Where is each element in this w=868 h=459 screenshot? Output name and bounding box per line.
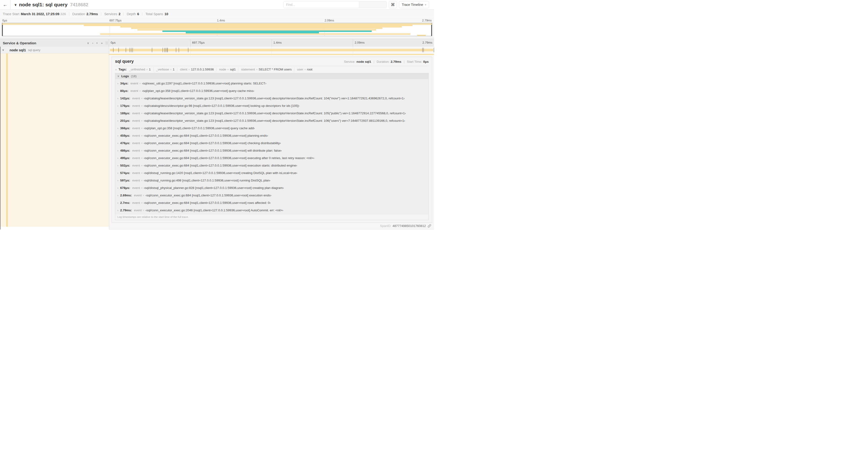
span-duration-bar-thin xyxy=(109,54,434,55)
log-entry[interactable]: › 142μs: event = ‹sql/catalog/lease/desc… xyxy=(115,95,428,102)
tag-item: _unfinished = 1 xyxy=(129,68,153,71)
log-entry[interactable]: › 201μs: event = ‹sql/catalog/lease/desc… xyxy=(115,117,428,125)
log-timestamp: 459μs: xyxy=(120,134,130,138)
summary-item: Services 2 xyxy=(101,12,124,16)
log-field-name: event xyxy=(132,186,140,190)
service-operation-label: Service & Operation xyxy=(3,41,36,45)
log-entry[interactable]: › 80μs: event = ‹sql/plan_opt.go:358 [ns… xyxy=(115,87,428,95)
back-button[interactable]: ← xyxy=(0,0,10,9)
summary-item: Trace Start March 31 2022, 17:25:09 .326 xyxy=(3,12,69,16)
log-field-name: event xyxy=(132,179,140,183)
chevron-right-icon: › xyxy=(117,164,118,167)
logs-footnote: Log timestamps are relative to the start… xyxy=(115,214,428,220)
log-timestamp: 678μs: xyxy=(120,186,130,190)
log-entry[interactable]: › 2.7ms: event = ‹sql/conn_executor_exec… xyxy=(115,199,428,207)
span-detail-header: sql query Service: node sql1 | Duration:… xyxy=(115,57,429,66)
log-field-value: ‹sql/conn_executor_exec.go:684 [nsql1,cl… xyxy=(144,164,297,167)
service-value: node sql1 xyxy=(356,60,371,63)
minimap-tick-label: 2.09ms xyxy=(324,19,334,22)
tags-list: _unfinished = 1 _verbose = 1 client = 12… xyxy=(129,68,315,71)
tag-value: SELECT * FROM users xyxy=(259,68,292,71)
equals-sign: = xyxy=(146,68,148,71)
log-entry[interactable]: › 486μs: event = ‹sql/conn_executor_exec… xyxy=(115,147,428,154)
log-field-value: ‹sql/conn_executor_exec.go:2046 [nsql1,c… xyxy=(145,208,283,212)
summary-value: 6 xyxy=(137,12,139,16)
log-entry[interactable]: › 2.69ms: event = ‹sql/conn_executor_exe… xyxy=(115,192,428,199)
expand-one-icon[interactable]: › xyxy=(92,41,93,45)
equals-sign: = xyxy=(170,68,172,71)
expand-all-icon[interactable]: » xyxy=(101,41,103,45)
tags-section[interactable]: › Tags: _unfinished = 1 _verbose = 1 cli… xyxy=(115,66,429,73)
span-duration-bar[interactable] xyxy=(110,49,433,51)
equals-sign: = xyxy=(256,68,257,71)
minimap-span-bar xyxy=(137,29,376,31)
link-icon[interactable] xyxy=(428,224,431,228)
log-entry[interactable]: › 459μs: event = ‹sql/conn_executor_exec… xyxy=(115,132,428,139)
log-entry[interactable]: › 495μs: event = ‹sql/conn_executor_exec… xyxy=(115,154,428,162)
view-selector-label: Trace Timeline xyxy=(402,3,423,6)
minimap-tick-label: 2.79ms xyxy=(422,19,432,22)
equals-sign: = xyxy=(141,149,143,153)
vertical-scrollbar[interactable] xyxy=(0,47,0,230)
minimap-tick-label: 0μs xyxy=(2,19,7,22)
start-time-value: 0μs xyxy=(423,60,429,63)
tag-key: _unfinished xyxy=(129,68,145,71)
log-entry[interactable]: › 189μs: event = ‹sql/catalog/lease/desc… xyxy=(115,110,428,117)
log-field-name: event xyxy=(132,119,140,123)
chevron-right-icon: › xyxy=(117,156,118,160)
summary-label: Duration xyxy=(72,12,85,16)
tag-key: user xyxy=(297,68,303,71)
log-field-value: ‹sql/conn_executor_exec.go:684 [nsql1,cl… xyxy=(144,201,271,205)
equals-sign: = xyxy=(143,208,144,212)
minimap-span-bar xyxy=(84,25,412,26)
column-resizer-handle[interactable] xyxy=(106,41,107,44)
log-entry[interactable]: › 574μs: event = ‹sql/distsql_running.go… xyxy=(115,169,428,177)
collapse-one-icon[interactable]: ∨ xyxy=(87,41,89,45)
trace-title-group[interactable]: ∨ node sql1: sql query 7418682 xyxy=(10,0,88,9)
equals-sign: = xyxy=(141,141,143,145)
chevron-right-icon: › xyxy=(117,208,118,212)
timeline-ruler: 0μs 697.75μs 1.4ms 2.09ms 2.79ms xyxy=(109,39,434,47)
span-detail-meta: Service: node sql1 | Duration: 2.79ms | … xyxy=(344,60,429,63)
tag-item: _verbose = 1 xyxy=(153,68,177,71)
chevron-right-icon: › xyxy=(117,186,118,190)
summary-item: Depth 6 xyxy=(123,12,142,16)
viewport-left-handle[interactable] xyxy=(2,23,3,36)
log-entry[interactable]: › 678μs: event = ‹sql/distsql_physical_p… xyxy=(115,184,428,192)
chevron-right-icon: › xyxy=(117,126,118,130)
log-tick-mark xyxy=(132,48,133,52)
span-row-name-cell[interactable]: ∨ node sql1 sql query xyxy=(0,47,109,54)
equals-sign: = xyxy=(141,111,143,115)
log-entry[interactable]: › 2.79ms: event = ‹sql/conn_executor_exe… xyxy=(115,207,428,214)
summary-label: Total Spans xyxy=(145,12,163,16)
view-selector-button[interactable]: Trace Timeline ∨ xyxy=(399,1,429,8)
log-entry[interactable]: › 34μs: event = ‹sql/exec_util.go:2297 [… xyxy=(115,80,428,87)
minimap-tick-labels: 0μs 697.75μs 1.4ms 2.09ms 2.79ms xyxy=(2,19,432,23)
chevron-right-icon: › xyxy=(117,89,118,93)
log-entry[interactable]: › 176μs: event = ‹sql/catalog/descs/desc… xyxy=(115,102,428,110)
chevron-right-icon: › xyxy=(117,149,118,153)
duration-value: 2.79ms xyxy=(391,60,401,63)
tag-value: 1 xyxy=(173,68,175,71)
log-entry[interactable]: › 476μs: event = ‹sql/conn_executor_exec… xyxy=(115,139,428,147)
log-entry[interactable]: › 597μs: event = ‹sql/distsql_running.go… xyxy=(115,177,428,184)
log-entry[interactable]: › 502μs: event = ‹sql/conn_executor_exec… xyxy=(115,162,428,169)
logs-header[interactable]: ∨ Logs (18) xyxy=(115,73,428,79)
summary-item: Total Spans 10 xyxy=(142,12,171,16)
collapse-all-icon[interactable]: » xyxy=(95,42,99,44)
span-row-bar-cell[interactable] xyxy=(109,47,434,54)
log-tick-mark xyxy=(164,48,165,52)
log-tick-mark xyxy=(188,48,188,52)
ruler-tick: 2.09ms xyxy=(353,39,434,47)
equals-sign: = xyxy=(141,97,143,100)
ruler-tick: 697.75μs xyxy=(190,39,271,47)
keyboard-shortcuts-button[interactable]: ⌘ xyxy=(389,1,397,8)
chevron-right-icon: › xyxy=(117,194,118,197)
log-field-name: event xyxy=(132,134,140,138)
viewport-right-handle[interactable] xyxy=(431,23,432,36)
find-input[interactable] xyxy=(284,1,359,8)
log-entry[interactable]: › 366μs: event = ‹sql/plan_opt.go:358 [n… xyxy=(115,125,428,132)
selected-span-column-highlight xyxy=(0,54,109,227)
chevron-down-icon: ∨ xyxy=(425,3,426,6)
minimap-canvas[interactable] xyxy=(2,23,432,36)
